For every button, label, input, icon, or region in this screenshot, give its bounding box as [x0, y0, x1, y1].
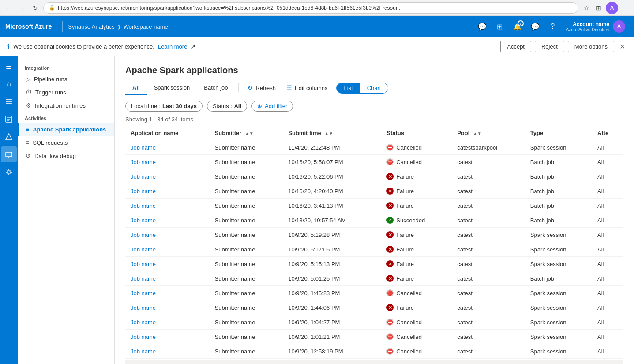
job-link[interactable]: Job name — [131, 188, 156, 195]
job-link[interactable]: Job name — [131, 319, 156, 326]
sidebar-item-data-flow-debug[interactable]: ↺ Data flow debug — [18, 149, 114, 162]
col-app-name[interactable]: Application name — [125, 126, 210, 140]
sidebar-item-integration-runtimes[interactable]: ⚙ Integration runtimes — [18, 99, 114, 112]
pool-sort-icon: ▲▼ — [473, 131, 482, 136]
cell-pool: catest — [452, 242, 525, 257]
more-options-button[interactable]: More options — [568, 41, 614, 52]
sidebar-item-pipeline-runs[interactable]: ▷ Pipeline runs — [18, 72, 114, 86]
main-layout: ☰ ⌂ — [0, 56, 634, 364]
job-link[interactable]: Job name — [131, 290, 156, 296]
trigger-runs-icon: ⏱ — [26, 89, 32, 96]
cell-atte: All — [592, 315, 623, 330]
col-submitter[interactable]: Submitter ▲▼ — [210, 126, 283, 140]
cell-atte: All — [592, 242, 623, 257]
status-icon: ⛔ — [386, 289, 394, 296]
job-link[interactable]: Job name — [131, 159, 156, 165]
chart-view-button[interactable]: Chart — [360, 83, 388, 93]
col-submit-time[interactable]: Submit time ▲▼ — [283, 126, 381, 140]
job-link[interactable]: Job name — [131, 246, 156, 253]
job-link[interactable]: Job name — [131, 217, 156, 224]
sidebar-item-sql-requests[interactable]: ≡ SQL requests — [18, 136, 114, 149]
cell-type: Spark session — [525, 140, 592, 155]
cell-type: Spark session — [525, 330, 592, 344]
sidebar-home-button[interactable]: ⌂ — [1, 76, 17, 92]
tabs-bar: All Spark session Batch job ↻ Refresh ☰ … — [125, 81, 623, 95]
job-link[interactable]: Job name — [131, 261, 156, 267]
bottom-scrollbar[interactable] — [125, 360, 623, 364]
tab-all[interactable]: All — [125, 81, 147, 95]
job-link[interactable]: Job name — [131, 173, 156, 180]
account-avatar[interactable]: A — [613, 20, 625, 33]
back-button[interactable]: ← — [4, 3, 14, 13]
cell-submit-time: 10/9/20, 5:17:05 PM — [283, 242, 381, 257]
sidebar-develop-button[interactable] — [1, 111, 17, 127]
refresh-icon: ↻ — [248, 84, 253, 91]
reject-button[interactable]: Reject — [535, 41, 564, 52]
sidebar-monitor-button[interactable] — [1, 146, 17, 162]
browser-actions: ☆ ⊞ A ⋯ — [581, 2, 630, 14]
status-icon: ✓ — [386, 217, 394, 224]
job-link[interactable]: Job name — [131, 304, 156, 311]
list-view-button[interactable]: List — [337, 83, 360, 93]
cell-pool: catest — [452, 228, 525, 242]
cell-atte: All — [592, 213, 623, 228]
status-icon: ✕ — [386, 173, 394, 180]
edit-columns-button[interactable]: ☰ Edit columns — [281, 82, 333, 94]
job-link[interactable]: Job name — [131, 348, 156, 355]
bookmark-button[interactable]: ☆ — [581, 3, 592, 13]
sidebar-integrate-button[interactable] — [1, 129, 17, 145]
help-button[interactable]: ? — [545, 19, 561, 34]
status-icon: ⛔ — [386, 348, 394, 355]
table-row: Job name Submitter name 10/9/20, 5:01:25… — [125, 271, 623, 286]
cell-submitter: Submitter name — [210, 257, 283, 271]
table-wrapper[interactable]: Application name Submitter ▲▼ Submit tim… — [125, 126, 623, 360]
cell-submit-time: 11/4/20, 2:12:48 PM — [283, 140, 381, 155]
add-filter-button[interactable]: ⊕ Add filter — [251, 101, 293, 112]
cell-submit-time: 10/13/20, 10:57:54 AM — [283, 213, 381, 228]
learn-more-link[interactable]: Learn more — [158, 43, 187, 50]
external-link-icon: ↗ — [191, 43, 195, 50]
sidebar-data-button[interactable] — [1, 94, 17, 109]
time-filter[interactable]: Local time : Last 30 days — [125, 101, 203, 112]
tab-spark-session[interactable]: Spark session — [147, 81, 197, 95]
feedback-button[interactable]: 💬 — [474, 19, 490, 34]
refresh-button[interactable]: ↻ Refresh — [242, 82, 281, 94]
job-link[interactable]: Job name — [131, 275, 156, 282]
cell-app-name: Job name — [125, 344, 210, 359]
sidebar-item-apache-spark[interactable]: ≡ Apache Spark applications — [18, 123, 114, 136]
job-link[interactable]: Job name — [131, 144, 156, 151]
menu-button[interactable]: ⋯ — [620, 3, 630, 13]
tab-batch-job[interactable]: Batch job — [197, 81, 235, 95]
accept-button[interactable]: Accept — [500, 41, 531, 52]
cookie-close-button[interactable]: ✕ — [618, 41, 627, 53]
notifications-button[interactable]: 🔔 1 — [510, 19, 525, 34]
cell-type: Batch job — [525, 155, 592, 169]
integration-runtimes-icon: ⚙ — [26, 102, 31, 109]
url-bar[interactable]: 🔒 https://web.azuresynapse.net/monitorin… — [43, 2, 578, 14]
forward-button[interactable]: → — [17, 3, 27, 13]
col-pool[interactable]: Pool ▲▼ — [452, 126, 525, 140]
breadcrumb-workspace[interactable]: Workspace name — [124, 23, 168, 30]
svg-rect-2 — [6, 103, 12, 104]
sidebar-manage-button[interactable] — [1, 164, 17, 180]
account-section[interactable]: Account name Azure Active Directory A — [563, 20, 629, 33]
reload-button[interactable]: ↻ — [30, 3, 41, 13]
grid-button[interactable]: ⊞ — [593, 3, 604, 13]
profile-avatar[interactable]: A — [606, 2, 618, 14]
cell-submit-time: 10/9/20, 1:44:06 PM — [283, 300, 381, 315]
job-link[interactable]: Job name — [131, 334, 156, 340]
status-filter[interactable]: Status : All — [207, 101, 247, 112]
cell-status: ⛔ Cancelled — [381, 330, 452, 344]
status-label: Cancelled — [396, 319, 422, 326]
sidebar-item-trigger-runs[interactable]: ⏱ Trigger runs — [18, 86, 114, 99]
sidebar-expand-button[interactable]: ☰ — [1, 58, 17, 74]
job-link[interactable]: Job name — [131, 203, 156, 209]
community-button[interactable]: 💬 — [527, 19, 543, 34]
cell-submitter: Submitter name — [210, 344, 283, 359]
table-header-row: Application name Submitter ▲▼ Submit tim… — [125, 126, 623, 140]
cell-submitter: Submitter name — [210, 242, 283, 257]
job-link[interactable]: Job name — [131, 232, 156, 238]
grid-apps-button[interactable]: ⊞ — [492, 19, 508, 34]
status-icon: ✕ — [386, 304, 394, 311]
cell-app-name: Job name — [125, 286, 210, 300]
